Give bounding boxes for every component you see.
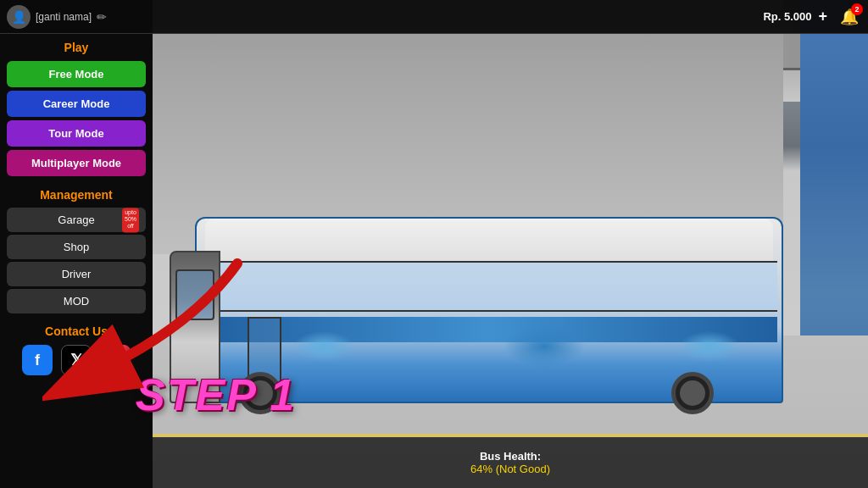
play-section-title: Play xyxy=(0,34,153,58)
social-links: f 𝕏 📷 xyxy=(0,341,153,379)
shop-button[interactable]: Shop xyxy=(7,235,146,259)
management-section-title: Management xyxy=(0,180,153,205)
notification-button[interactable]: 🔔 2 xyxy=(837,5,861,29)
edit-icon[interactable]: ✏ xyxy=(97,10,107,24)
bus-wheel-right xyxy=(671,372,714,414)
sale-badge: upto50%off xyxy=(122,208,139,232)
bus-front xyxy=(170,251,220,403)
instagram-button[interactable]: 📷 xyxy=(100,345,131,375)
bus-health-title: Bus Health: xyxy=(480,450,541,463)
bus-top xyxy=(205,219,773,261)
avatar: 👤 xyxy=(7,5,31,29)
sidebar: Play Free Mode Career Mode Tour Mode Mul… xyxy=(0,0,153,488)
header-bar: 👤 [ganti nama] ✏ Rp. 5.000 + 🔔 2 xyxy=(0,0,868,34)
bus-wave xyxy=(214,325,765,368)
bus-health-panel: Bus Health: 64% (Not Good) xyxy=(153,437,868,488)
contact-section-title: Contact Us xyxy=(0,316,153,341)
bus-wheel-left xyxy=(239,372,281,414)
bus-health-value: 64% (Not Good) xyxy=(470,463,550,475)
coins-display: Rp. 5.000 xyxy=(763,10,811,23)
free-mode-button[interactable]: Free Mode xyxy=(7,61,146,87)
driver-button[interactable]: Driver xyxy=(7,262,146,286)
bus-windows xyxy=(201,261,777,312)
mod-button[interactable]: MOD xyxy=(7,289,146,313)
game-viewport xyxy=(153,0,868,488)
bus-body xyxy=(195,217,783,403)
bus-front-window xyxy=(175,269,214,320)
x-button[interactable]: 𝕏 xyxy=(61,345,92,375)
add-coins-button[interactable]: + xyxy=(818,8,827,25)
notification-badge: 2 xyxy=(851,3,863,15)
garage-button[interactable]: Garage upto50%off xyxy=(7,208,146,232)
career-mode-button[interactable]: Career Mode xyxy=(7,91,146,117)
username-label: [ganti nama] xyxy=(36,11,92,23)
facebook-button[interactable]: f xyxy=(22,345,53,375)
bus-display xyxy=(170,149,792,403)
sidebar-content: Play Free Mode Career Mode Tour Mode Mul… xyxy=(0,34,153,379)
tour-mode-button[interactable]: Tour Mode xyxy=(7,120,146,147)
multiplayer-mode-button[interactable]: Multiplayer Mode xyxy=(7,150,146,176)
